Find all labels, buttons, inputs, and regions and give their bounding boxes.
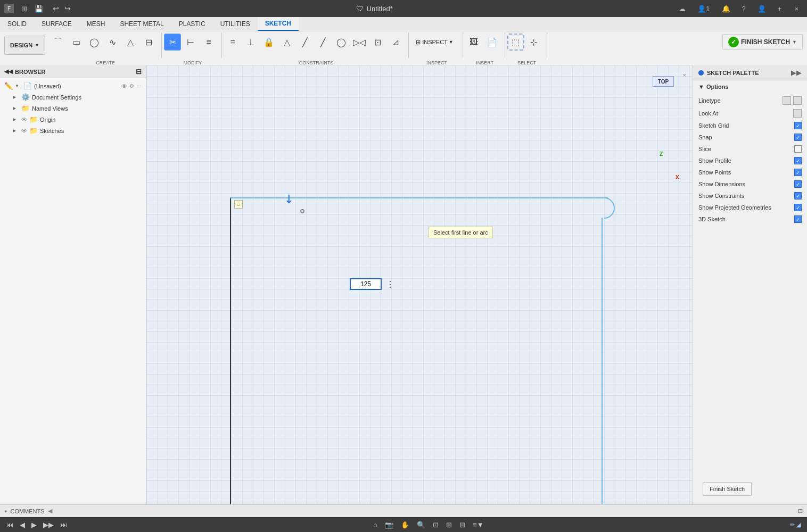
tool-extend[interactable]: ⊢	[182, 34, 199, 51]
cog-icon[interactable]: ⚙	[129, 83, 134, 89]
browser-collapse-icon[interactable]: ◀◀	[4, 68, 13, 75]
nav-play-button[interactable]: ▶	[29, 520, 39, 530]
tool-h-constraint[interactable]: ▷◁	[351, 34, 368, 51]
tree-item-named-views[interactable]: ▶ 📁 Named Views	[0, 103, 146, 114]
tab-sketch[interactable]: SKETCH	[258, 17, 299, 31]
user-count-button[interactable]: 👤1	[694, 4, 713, 14]
sketch-indicator-button[interactable]: ✏ ◢	[788, 520, 803, 529]
dimension-more-button[interactable]: ⋮	[386, 279, 394, 289]
tool-insert-dxf[interactable]: 📄	[483, 34, 500, 51]
expand-arrow-named-views[interactable]: ▶	[13, 106, 19, 111]
canvas-area[interactable]: ↙ □ Select first line or arc 125 ⋮ TOP ×…	[146, 65, 693, 504]
tool-spline[interactable]: ∿	[104, 34, 121, 51]
menu-icon[interactable]: ⋯	[136, 83, 142, 89]
show-projected-checkbox[interactable]	[794, 204, 802, 211]
notification-button[interactable]: 🔔	[719, 4, 734, 14]
tool-midpoint[interactable]: △	[278, 34, 295, 51]
tool-line[interactable]: ⌒	[50, 34, 67, 51]
options-section-header[interactable]: ▼ Options	[698, 84, 802, 90]
expand-arrow-unsaved[interactable]: ▼	[15, 84, 21, 88]
nav-first-button[interactable]: ⏮	[4, 520, 15, 530]
grid-button[interactable]: ⊟	[457, 520, 467, 530]
save-button[interactable]: 💾	[31, 4, 46, 14]
expand-arrow-doc[interactable]: ▶	[13, 95, 19, 99]
view-cube-close-btn[interactable]: ×	[683, 72, 686, 78]
show-points-checkbox[interactable]	[794, 169, 802, 176]
redo-button[interactable]: ↪	[62, 3, 73, 14]
tool-insert-img[interactable]: 🖼	[465, 34, 482, 51]
show-dimensions-checkbox[interactable]	[794, 180, 802, 188]
new-tab-button[interactable]: +	[775, 4, 785, 14]
finish-sketch-palette-button[interactable]: Finish Sketch	[703, 482, 752, 496]
look-at-icon[interactable]	[793, 109, 802, 118]
browser-pin-icon[interactable]: ⊟	[136, 68, 142, 76]
expand-arrow-sketches[interactable]: ▶	[13, 128, 19, 133]
pan-button[interactable]: ✋	[399, 520, 411, 530]
camera-button[interactable]: 📷	[383, 520, 396, 530]
tool-circle[interactable]: ◯	[86, 34, 103, 51]
tool-select-freeform[interactable]: ⊹	[525, 34, 542, 51]
palette-collapse-btn[interactable]: ▶▶	[791, 69, 802, 77]
tab-mesh[interactable]: MESH	[79, 17, 113, 31]
comments-pin-icon[interactable]: ⊟	[798, 508, 803, 514]
apps-button[interactable]: ⊞	[18, 4, 30, 14]
tool-polygon[interactable]: △	[122, 34, 139, 51]
snap-checkbox[interactable]	[794, 134, 802, 141]
view-menu-button[interactable]: ≡▼	[471, 520, 485, 530]
nav-last-button[interactable]: ⏭	[58, 520, 69, 530]
comments-expand-icon[interactable]: ◀	[48, 508, 52, 514]
tree-item-sketches[interactable]: ▶ 👁 📁 Sketches	[0, 125, 146, 136]
help-button[interactable]: ?	[739, 4, 749, 14]
tool-offset[interactable]: ⊟	[140, 34, 157, 51]
tab-plastic[interactable]: PLASTIC	[171, 17, 213, 31]
tab-solid[interactable]: SOLID	[0, 17, 34, 31]
zoom-box-button[interactable]: ⊡	[431, 520, 441, 530]
visibility-icon-unsaved[interactable]: 👁	[121, 83, 127, 89]
tool-rectangle[interactable]: ▭	[68, 34, 85, 51]
linetype-solid-icon[interactable]	[783, 96, 791, 105]
tree-item-unsaved[interactable]: ✏️ ▼ 📄 (Unsaved) 👁 ⚙ ⋯	[0, 80, 146, 92]
cloud-button[interactable]: ☁	[676, 4, 689, 14]
close-button[interactable]: ×	[790, 4, 803, 14]
home-view-button[interactable]: ⌂	[371, 520, 380, 530]
design-button[interactable]: DESIGN ▼	[4, 36, 45, 55]
tool-collinear[interactable]: ⊥	[242, 34, 259, 51]
title-bar-right: ☁ 👤1 🔔 ? 👤 + ×	[676, 4, 803, 14]
tool-v-constraint[interactable]: ⊡	[369, 34, 386, 51]
visibility-icon-origin[interactable]: 👁	[21, 117, 27, 123]
tab-surface[interactable]: SURFACE	[34, 17, 79, 31]
tool-concentric[interactable]: 🔒	[260, 34, 277, 51]
nav-prev-button[interactable]: ◀	[18, 520, 27, 530]
show-constraints-checkbox[interactable]	[794, 192, 802, 200]
sketch-grid-checkbox[interactable]	[794, 122, 802, 129]
account-button[interactable]: 👤	[754, 4, 769, 14]
tool-perpendicular[interactable]: ╱	[315, 34, 332, 51]
inspect-button[interactable]: ⊞ INSPECT ▼	[411, 32, 458, 52]
tool-coincident[interactable]: =	[224, 34, 241, 51]
slice-checkbox[interactable]	[794, 145, 802, 153]
visibility-icon-sketches[interactable]: 👁	[21, 128, 27, 134]
tree-item-doc-settings[interactable]: ▶ ⚙️ Document Settings	[0, 92, 146, 103]
tool-select-window[interactable]: ⬚	[507, 34, 524, 51]
expand-arrow-origin[interactable]: ▶	[13, 117, 19, 122]
tree-item-origin[interactable]: ▶ 👁 📁 Origin	[0, 114, 146, 125]
frame-button[interactable]: ⊞	[444, 520, 454, 530]
tool-offset2[interactable]: ≡	[200, 34, 217, 51]
tab-utilities[interactable]: UTILITIES	[213, 17, 258, 31]
comments-bar: ● COMMENTS ◀ ⊟	[0, 504, 807, 517]
view-cube-top-face[interactable]: TOP	[653, 76, 674, 87]
tool-fix[interactable]: ╱	[297, 34, 314, 51]
finish-sketch-button[interactable]: ✓ FINISH SKETCH ▼	[722, 34, 803, 50]
tab-sheetmetal[interactable]: SHEET METAL	[112, 17, 171, 31]
insert-label: INSERT	[476, 60, 493, 65]
undo-button[interactable]: ↩	[51, 3, 61, 14]
3d-sketch-checkbox[interactable]	[794, 215, 802, 223]
tool-symmetry[interactable]: ⊿	[387, 34, 404, 51]
nav-next-button[interactable]: ▶▶	[41, 520, 56, 530]
show-profile-checkbox[interactable]	[794, 157, 802, 164]
dimension-input[interactable]: 125	[350, 278, 382, 290]
tool-parallel[interactable]: ◯	[333, 34, 350, 51]
zoom-button[interactable]: 🔍	[415, 520, 427, 530]
linetype-dashed-icon[interactable]	[793, 96, 802, 105]
tool-trim[interactable]: ✂	[164, 34, 181, 51]
